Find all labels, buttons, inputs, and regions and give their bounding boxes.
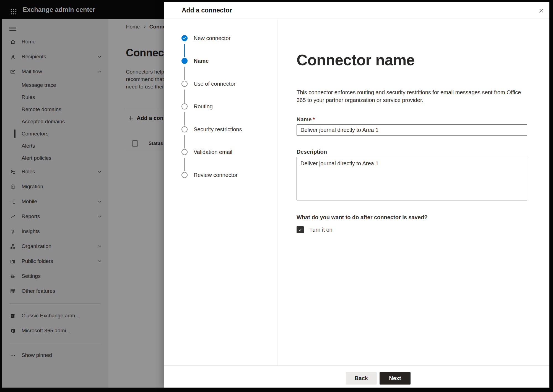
description-field-label: Description — [297, 149, 327, 155]
step-label: Use of connector — [194, 81, 235, 87]
step-label: Security restrictions — [194, 126, 242, 133]
name-field-label: Name* — [297, 116, 315, 123]
step-active-icon — [181, 58, 188, 64]
step-upcoming-icon — [181, 103, 188, 109]
step-connector-line — [184, 90, 185, 103]
step-upcoming-icon — [181, 149, 188, 155]
step-label: Routing — [194, 103, 213, 110]
step-label: Name — [194, 58, 209, 64]
dialog-title: Add a connector — [182, 2, 232, 19]
name-label-text: Name — [297, 116, 311, 122]
step-page-description: This connector enforces routing and secu… — [297, 88, 529, 104]
step-label: Validation email — [194, 149, 232, 155]
dialog-content: Connector name This connector enforces r… — [277, 19, 549, 365]
dialog-footer: Back Next — [164, 365, 549, 388]
close-icon[interactable] — [537, 6, 546, 15]
step-connector-line — [184, 135, 185, 148]
step-label: New connector — [194, 35, 230, 41]
step-page-title: Connector name — [297, 51, 415, 69]
step-upcoming-icon — [181, 81, 188, 87]
step-upcoming-icon — [181, 126, 188, 132]
step-connector-line — [184, 44, 185, 57]
step-label: Review connector — [194, 172, 238, 178]
wizard-steps: New connector Name Use of connector Rout… — [164, 19, 277, 365]
next-button[interactable]: Next — [380, 372, 411, 385]
description-textarea[interactable]: Deliver journal directly to Area 1 — [297, 157, 527, 200]
checked-checkbox-icon[interactable] — [297, 226, 304, 233]
name-input[interactable] — [297, 124, 527, 136]
back-button[interactable]: Back — [346, 372, 377, 385]
step-connector-line — [184, 67, 185, 80]
required-asterisk: * — [313, 116, 315, 122]
turn-it-on-label: Turn it on — [309, 227, 333, 233]
step-connector-line — [184, 112, 185, 126]
add-connector-dialog: Add a connector New connector Name — [164, 2, 549, 388]
dialog-header: Add a connector — [164, 2, 549, 19]
step-connector-line — [184, 158, 185, 171]
step-done-icon — [181, 35, 188, 41]
after-save-question: What do you want to do after connector i… — [297, 214, 427, 221]
screen: Exchange admin center Home Recipients — [0, 0, 553, 392]
step-upcoming-icon — [181, 172, 188, 178]
turn-it-on-checkbox-row[interactable]: Turn it on — [297, 226, 333, 233]
